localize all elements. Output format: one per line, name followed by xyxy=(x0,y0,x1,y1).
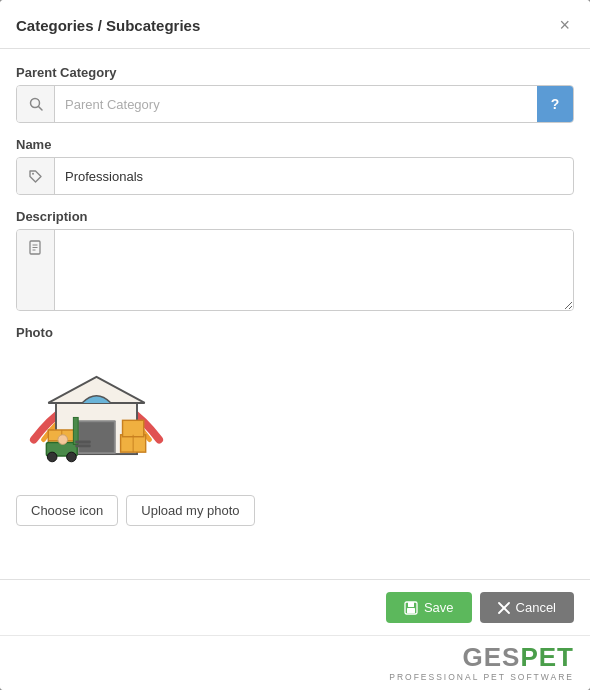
name-input[interactable] xyxy=(55,162,573,191)
svg-rect-15 xyxy=(122,420,143,436)
name-label: Name xyxy=(16,137,574,152)
description-textarea[interactable] xyxy=(55,230,573,310)
description-label: Description xyxy=(16,209,574,224)
svg-rect-25 xyxy=(408,602,414,607)
modal-footer: Save Cancel xyxy=(0,579,590,635)
description-group: Description xyxy=(16,209,574,311)
photo-preview xyxy=(16,345,176,485)
svg-rect-19 xyxy=(75,440,90,443)
search-icon xyxy=(17,86,55,122)
save-icon xyxy=(404,601,418,615)
svg-rect-18 xyxy=(73,417,78,444)
tag-icon xyxy=(17,158,55,194)
parent-category-input-wrapper: ? xyxy=(16,85,574,123)
parent-category-label: Parent Category xyxy=(16,65,574,80)
modal-title: Categories / Subcategries xyxy=(16,17,200,34)
svg-rect-26 xyxy=(407,608,415,613)
photo-buttons: Choose icon Upload my photo xyxy=(16,495,574,526)
description-textarea-wrapper xyxy=(16,229,574,311)
name-group: Name xyxy=(16,137,574,195)
upload-photo-button[interactable]: Upload my photo xyxy=(126,495,254,526)
brand-footer: GESPET PROFESSIONAL PET SOFTWARE xyxy=(0,635,590,690)
help-icon[interactable]: ? xyxy=(537,86,573,122)
svg-line-1 xyxy=(38,107,42,111)
name-input-wrapper xyxy=(16,157,574,195)
modal-header: Categories / Subcategries × xyxy=(0,0,590,49)
svg-rect-20 xyxy=(75,444,90,447)
svg-point-21 xyxy=(47,452,57,462)
parent-category-group: Parent Category ? xyxy=(16,65,574,123)
brand-tagline: PROFESSIONAL PET SOFTWARE xyxy=(389,672,574,682)
photo-label: Photo xyxy=(16,325,574,340)
cancel-icon xyxy=(498,602,510,614)
svg-point-23 xyxy=(57,434,67,444)
photo-image xyxy=(19,348,174,483)
svg-point-2 xyxy=(32,172,34,174)
brand-logo: GESPET PROFESSIONAL PET SOFTWARE xyxy=(389,644,574,682)
cancel-button[interactable]: Cancel xyxy=(480,592,574,623)
save-button[interactable]: Save xyxy=(386,592,472,623)
close-button[interactable]: × xyxy=(555,14,574,36)
photo-section: Photo xyxy=(16,325,574,526)
svg-point-22 xyxy=(66,452,76,462)
document-icon xyxy=(17,230,55,310)
parent-category-input[interactable] xyxy=(55,90,537,119)
modal-overlay: Categories / Subcategries × Parent Categ… xyxy=(0,0,590,690)
choose-icon-button[interactable]: Choose icon xyxy=(16,495,118,526)
svg-rect-10 xyxy=(79,422,114,452)
brand-name: GESPET xyxy=(463,644,575,670)
modal-body: Parent Category ? Name xyxy=(0,49,590,579)
modal-container: Categories / Subcategries × Parent Categ… xyxy=(0,0,590,690)
